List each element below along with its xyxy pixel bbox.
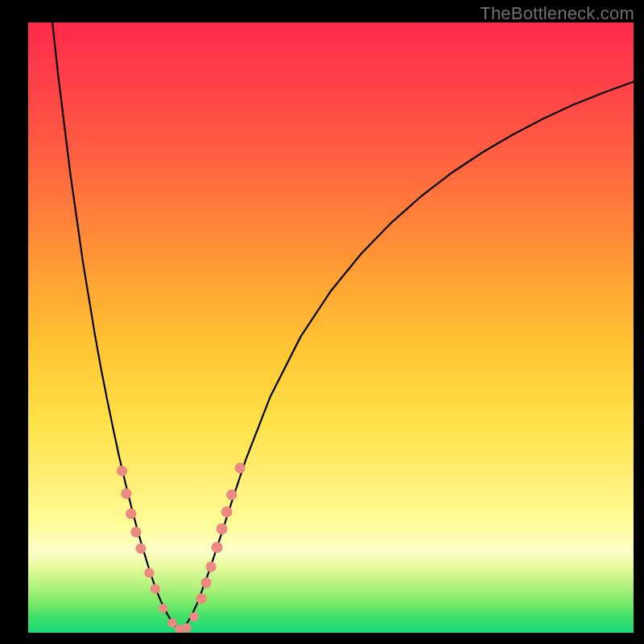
marker-point <box>196 593 207 604</box>
marker-point <box>130 526 141 537</box>
marker-point <box>206 562 217 572</box>
chart-svg <box>28 23 634 633</box>
marker-point <box>221 506 233 518</box>
marker-point <box>167 618 177 628</box>
marker-point <box>182 623 192 633</box>
marker-point <box>201 577 212 588</box>
marker-point <box>212 542 223 553</box>
watermark-text: TheBottleneck.com <box>480 3 634 24</box>
marker-point <box>159 604 168 613</box>
marker-point <box>135 543 146 554</box>
marker-point <box>144 568 154 578</box>
marker-group <box>117 463 246 633</box>
marker-point <box>189 613 199 622</box>
marker-point <box>121 489 131 499</box>
plot-area <box>28 23 634 633</box>
marker-point <box>117 466 127 477</box>
curve-left-branch <box>52 23 180 630</box>
marker-point <box>151 584 160 593</box>
curve-right-branch <box>180 82 634 630</box>
chart-frame: TheBottleneck.com <box>0 0 644 644</box>
marker-point <box>217 523 228 535</box>
marker-point <box>126 509 136 519</box>
marker-point <box>226 489 237 500</box>
marker-point <box>235 463 246 473</box>
